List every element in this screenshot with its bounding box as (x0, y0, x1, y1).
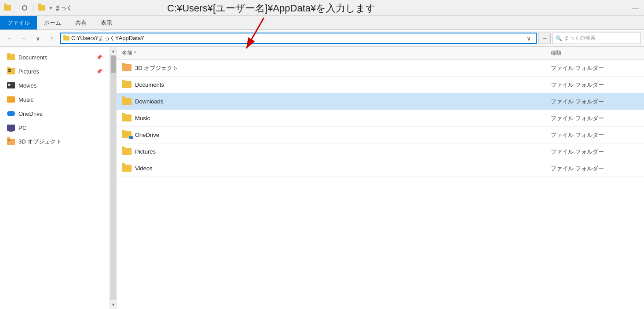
file-name: Videos (135, 165, 547, 172)
ribbon-tabs: ファイル ホーム 共有 表示 (0, 16, 644, 30)
pin-documents: 📌 (96, 55, 102, 60)
sidebar-label-movies: Movies (18, 82, 37, 89)
table-row[interactable]: Videos ファイル フォルダー (117, 160, 644, 177)
file-name: Music (135, 115, 547, 121)
sidebar-item-movies[interactable]: Movies (0, 78, 110, 92)
sidebar-item-pictures[interactable]: Pictures 📌 (0, 64, 110, 78)
title-bar-icons: ▼ (4, 4, 53, 12)
title-separator (16, 4, 16, 12)
table-row[interactable]: 3D オブジェクト ファイル フォルダー (117, 60, 644, 77)
music-icon (7, 96, 15, 103)
address-bar[interactable]: ∨ (60, 33, 537, 44)
search-placeholder: まっくの検索 (564, 34, 596, 42)
tab-home[interactable]: ホーム (37, 16, 68, 29)
file-type: ファイル フォルダー (551, 64, 639, 72)
sidebar-label-pictures: Pictures (18, 68, 39, 75)
table-row-downloads[interactable]: Downloads ファイル フォルダー (117, 93, 644, 110)
file-list-header: 名前 ^ 種類 (117, 47, 644, 60)
row-icon-3d (122, 64, 132, 72)
table-row[interactable]: Music ファイル フォルダー (117, 110, 644, 127)
address-chevron-icon: ∨ (527, 35, 531, 42)
up-icon: ↑ (51, 35, 54, 42)
onedrive-icon (7, 110, 15, 118)
search-icon: 🔍 (556, 35, 562, 41)
pin-pictures: 📌 (96, 69, 102, 74)
address-folder-icon (63, 36, 70, 40)
file-name: 3D オブジェクト (135, 64, 547, 72)
sidebar: Documents 📌 Pictures 📌 Movies Music (0, 47, 110, 309)
pictures-icon (7, 67, 15, 75)
col-header-type: 種類 (551, 49, 639, 57)
file-type-downloads: ファイル フォルダー (551, 98, 639, 106)
scrollbar-track (110, 55, 116, 300)
go-icon: → (542, 35, 547, 41)
row-icon-documents (122, 81, 132, 89)
row-icon-onedrive (122, 131, 132, 139)
file-name-downloads: Downloads (135, 98, 547, 105)
row-icon-pictures (122, 148, 132, 156)
row-icon-downloads (122, 98, 132, 106)
forward-button[interactable]: → (18, 33, 30, 44)
3d-objects-icon (7, 138, 15, 146)
nav-bar: ← → ∨ ↑ ∨ → 🔍 まっくの検索 (0, 30, 644, 47)
title-separator2 (33, 4, 33, 12)
file-type: ファイル フォルダー (551, 114, 639, 122)
sidebar-label-3d: 3D オブジェクト (18, 138, 62, 146)
pin-icon-title (21, 4, 29, 12)
folder-icon-title (4, 4, 11, 12)
tab-share[interactable]: 共有 (68, 16, 94, 29)
main-content: Documents 📌 Pictures 📌 Movies Music (0, 47, 644, 309)
address-input[interactable] (71, 35, 523, 41)
address-dropdown-arrow-btn[interactable]: ∨ (32, 33, 44, 44)
table-row[interactable]: OneDrive ファイル フォルダー (117, 127, 644, 143)
file-name: Documents (135, 81, 547, 88)
row-icon-music (122, 114, 132, 122)
sidebar-item-onedrive[interactable]: OneDrive (0, 107, 110, 121)
sidebar-item-pc[interactable]: PC (0, 121, 110, 135)
forward-icon: → (21, 35, 27, 42)
scrollbar-thumb (111, 55, 116, 73)
sidebar-item-3d-objects[interactable]: 3D オブジェクト (0, 135, 110, 149)
documents-icon (7, 53, 15, 61)
col-header-name: 名前 ^ (122, 49, 551, 57)
sidebar-label-onedrive: OneDrive (18, 110, 43, 117)
file-type: ファイル フォルダー (551, 148, 639, 156)
sort-arrow-icon: ^ (134, 51, 136, 55)
window-title: まっく (55, 4, 72, 12)
sidebar-item-music[interactable]: Music (0, 92, 110, 107)
search-box[interactable]: 🔍 まっくの検索 (553, 33, 640, 44)
scrollbar-down-arrow[interactable]: ▼ (110, 301, 116, 308)
sidebar-label-pc: PC (18, 125, 26, 131)
table-row[interactable]: Documents ファイル フォルダー (117, 77, 644, 93)
table-row[interactable]: Pictures ファイル フォルダー (117, 143, 644, 160)
tab-view[interactable]: 表示 (94, 16, 119, 29)
up-button[interactable]: ↑ (46, 33, 58, 44)
title-dropdown-arrow[interactable]: ▼ (48, 5, 53, 11)
title-bar: ▼ まっく — (0, 0, 644, 16)
chevron-down-icon: ∨ (36, 35, 40, 42)
folder-icon-title2 (38, 4, 46, 12)
pc-icon (7, 124, 15, 132)
movies-icon (7, 81, 15, 89)
back-button[interactable]: ← (4, 33, 16, 44)
row-icon-videos (122, 165, 132, 173)
file-type: ファイル フォルダー (551, 131, 639, 139)
sidebar-item-documents[interactable]: Documents 📌 (0, 50, 110, 64)
sidebar-scrollbar[interactable]: ▲ ▼ (110, 47, 117, 309)
file-list: 名前 ^ 種類 3D オブジェクト ファイル フォルダー Documents フ… (117, 47, 644, 309)
minimize-button[interactable]: — (632, 4, 639, 12)
tab-file[interactable]: ファイル (0, 16, 37, 29)
file-type: ファイル フォルダー (551, 81, 639, 89)
address-dropdown-button[interactable]: ∨ (524, 34, 533, 43)
file-name: OneDrive (135, 132, 547, 138)
scrollbar-up-arrow[interactable]: ▲ (110, 48, 116, 55)
sidebar-label-music: Music (18, 96, 33, 103)
address-go-button[interactable]: → (538, 33, 551, 44)
sidebar-label-documents: Documents (18, 54, 48, 61)
file-type: ファイル フォルダー (551, 165, 639, 173)
back-icon: ← (7, 35, 13, 42)
file-name: Pictures (135, 148, 547, 155)
